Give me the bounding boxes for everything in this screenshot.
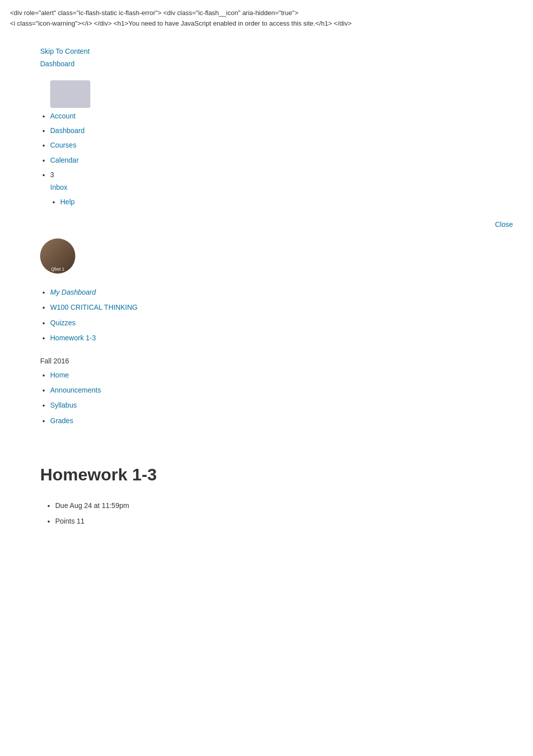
details-list: Due Aug 24 at 11:59pm Points 11 [40, 499, 493, 528]
semester-section: Fall 2016 Home Announcements Syllabus Gr… [0, 352, 533, 435]
dashboard-link-top[interactable]: Dashboard [40, 58, 493, 70]
nav-avatar-placeholder [50, 80, 90, 108]
homework-link[interactable]: Homework 1-3 [50, 334, 96, 342]
inbox-nav-link[interactable]: Inbox [50, 183, 67, 191]
flash-alert-text: <div role="alert" class="ic-flash-static… [10, 9, 352, 27]
home-link[interactable]: Home [50, 371, 69, 379]
courses-nav-link[interactable]: Courses [50, 141, 76, 149]
skip-to-content-link[interactable]: Skip To Content [40, 45, 493, 58]
semester-nav: Home Announcements Syllabus Grades [40, 369, 493, 427]
inbox-badge: 3 [50, 171, 54, 179]
course-nav: My Dashboard W100 CRITICAL THINKING Quiz… [0, 286, 533, 352]
skip-links: Skip To Content Dashboard [0, 37, 533, 78]
semester-label: Fall 2016 [40, 357, 493, 365]
dashboard-nav-link[interactable]: Dashboard [50, 127, 85, 135]
account-link[interactable]: Account [50, 112, 76, 120]
user-avatar: Qbst 1 [40, 238, 75, 274]
my-dashboard-link[interactable]: My Dashboard [50, 288, 96, 296]
course-name-link[interactable]: W100 CRITICAL THINKING [50, 303, 138, 311]
top-nav: Account Dashboard Courses Calendar 3 Inb… [0, 80, 533, 215]
quizzes-link[interactable]: Quizzes [50, 319, 76, 327]
syllabus-link[interactable]: Syllabus [50, 401, 77, 409]
close-area: Close [0, 215, 533, 233]
flash-alert: <div role="alert" class="ic-flash-static… [0, 0, 533, 37]
grades-link[interactable]: Grades [50, 417, 73, 425]
user-section: Qbst 1 [0, 233, 533, 284]
close-button[interactable]: Close [495, 220, 513, 228]
calendar-nav-link[interactable]: Calendar [50, 156, 79, 164]
due-date-item: Due Aug 24 at 11:59pm [55, 499, 493, 512]
main-content: Homework 1-3 Due Aug 24 at 11:59pm Point… [0, 435, 533, 551]
help-nav-link[interactable]: Help [60, 198, 75, 206]
announcements-link[interactable]: Announcements [50, 386, 101, 394]
page-title: Homework 1-3 [40, 465, 493, 484]
points-item: Points 11 [55, 515, 493, 528]
avatar-label: Qbst 1 [51, 267, 65, 272]
